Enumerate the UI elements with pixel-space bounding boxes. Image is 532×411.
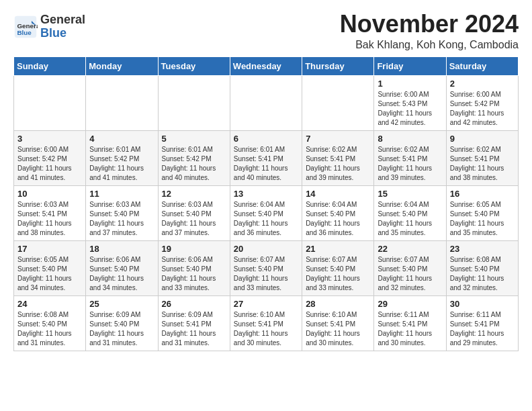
day-number: 19 [162, 244, 226, 254]
day-number: 27 [234, 299, 298, 309]
calendar-cell: 29Sunrise: 6:11 AM Sunset: 5:41 PM Dayli… [374, 295, 446, 351]
day-info: Sunrise: 6:02 AM Sunset: 5:41 PM Dayligh… [306, 145, 370, 183]
day-info: Sunrise: 6:05 AM Sunset: 5:40 PM Dayligh… [450, 200, 515, 238]
col-wednesday: Wednesday [230, 56, 302, 75]
col-friday: Friday [374, 56, 446, 75]
day-number: 11 [89, 189, 154, 199]
day-info: Sunrise: 6:09 AM Sunset: 5:41 PM Dayligh… [162, 310, 226, 348]
calendar-cell: 16Sunrise: 6:05 AM Sunset: 5:40 PM Dayli… [446, 185, 518, 240]
col-sunday: Sunday [14, 56, 86, 75]
title-block: November 2024 Bak Khlang, Koh Kong, Camb… [340, 11, 519, 51]
calendar-week-3: 10Sunrise: 6:03 AM Sunset: 5:41 PM Dayli… [14, 185, 519, 240]
day-info: Sunrise: 6:01 AM Sunset: 5:42 PM Dayligh… [89, 145, 154, 183]
day-number: 25 [89, 299, 154, 309]
calendar-body: 1Sunrise: 6:00 AM Sunset: 5:43 PM Daylig… [14, 75, 519, 351]
calendar-cell: 21Sunrise: 6:07 AM Sunset: 5:40 PM Dayli… [302, 240, 374, 295]
day-info: Sunrise: 6:11 AM Sunset: 5:41 PM Dayligh… [378, 310, 442, 348]
col-saturday: Saturday [446, 56, 518, 75]
day-number: 7 [306, 134, 370, 144]
col-thursday: Thursday [302, 56, 374, 75]
calendar-cell: 6Sunrise: 6:01 AM Sunset: 5:41 PM Daylig… [230, 130, 302, 185]
calendar-cell: 1Sunrise: 6:00 AM Sunset: 5:43 PM Daylig… [374, 75, 446, 130]
calendar-table: Sunday Monday Tuesday Wednesday Thursday… [13, 56, 519, 351]
day-info: Sunrise: 6:03 AM Sunset: 5:40 PM Dayligh… [89, 200, 154, 238]
day-number: 5 [162, 134, 226, 144]
month-title: November 2024 [340, 11, 519, 38]
day-number: 14 [306, 189, 370, 199]
calendar-week-2: 3Sunrise: 6:00 AM Sunset: 5:42 PM Daylig… [14, 130, 519, 185]
day-number: 13 [234, 189, 298, 199]
calendar-cell: 2Sunrise: 6:00 AM Sunset: 5:42 PM Daylig… [446, 75, 518, 130]
svg-text:Blue: Blue [17, 28, 32, 36]
calendar-week-4: 17Sunrise: 6:05 AM Sunset: 5:40 PM Dayli… [14, 240, 519, 295]
calendar-cell: 14Sunrise: 6:04 AM Sunset: 5:40 PM Dayli… [302, 185, 374, 240]
day-info: Sunrise: 6:00 AM Sunset: 5:42 PM Dayligh… [17, 145, 82, 183]
calendar-cell: 8Sunrise: 6:02 AM Sunset: 5:41 PM Daylig… [374, 130, 446, 185]
day-number: 29 [378, 299, 442, 309]
day-number: 30 [450, 299, 515, 309]
calendar-week-5: 24Sunrise: 6:08 AM Sunset: 5:40 PM Dayli… [14, 295, 519, 351]
day-info: Sunrise: 6:10 AM Sunset: 5:41 PM Dayligh… [234, 310, 298, 348]
day-number: 21 [306, 244, 370, 254]
calendar-cell: 20Sunrise: 6:07 AM Sunset: 5:40 PM Dayli… [230, 240, 302, 295]
calendar-week-1: 1Sunrise: 6:00 AM Sunset: 5:43 PM Daylig… [14, 75, 519, 130]
day-info: Sunrise: 6:01 AM Sunset: 5:42 PM Dayligh… [162, 145, 226, 183]
calendar-cell: 5Sunrise: 6:01 AM Sunset: 5:42 PM Daylig… [158, 130, 230, 185]
day-number: 24 [17, 299, 82, 309]
calendar-cell: 26Sunrise: 6:09 AM Sunset: 5:41 PM Dayli… [158, 295, 230, 351]
day-info: Sunrise: 6:06 AM Sunset: 5:40 PM Dayligh… [162, 255, 226, 293]
day-info: Sunrise: 6:08 AM Sunset: 5:40 PM Dayligh… [450, 255, 515, 293]
calendar-cell: 27Sunrise: 6:10 AM Sunset: 5:41 PM Dayli… [230, 295, 302, 351]
day-number: 3 [17, 134, 82, 144]
calendar-cell: 12Sunrise: 6:03 AM Sunset: 5:40 PM Dayli… [158, 185, 230, 240]
day-info: Sunrise: 6:09 AM Sunset: 5:40 PM Dayligh… [89, 310, 154, 348]
day-info: Sunrise: 6:04 AM Sunset: 5:40 PM Dayligh… [234, 200, 298, 238]
day-number: 8 [378, 134, 442, 144]
day-number: 12 [162, 189, 226, 199]
day-number: 18 [89, 244, 154, 254]
calendar-cell: 11Sunrise: 6:03 AM Sunset: 5:40 PM Dayli… [86, 185, 158, 240]
day-info: Sunrise: 6:03 AM Sunset: 5:41 PM Dayligh… [17, 200, 82, 238]
day-info: Sunrise: 6:00 AM Sunset: 5:43 PM Dayligh… [378, 90, 442, 128]
calendar-cell [302, 75, 374, 130]
page: General Blue General Blue November 2024 … [0, 0, 532, 362]
logo-general-text: General [40, 13, 85, 27]
day-number: 15 [378, 189, 442, 199]
header: General Blue General Blue November 2024 … [13, 11, 519, 51]
calendar-cell: 13Sunrise: 6:04 AM Sunset: 5:40 PM Dayli… [230, 185, 302, 240]
day-number: 17 [17, 244, 82, 254]
day-number: 9 [450, 134, 515, 144]
day-info: Sunrise: 6:11 AM Sunset: 5:41 PM Dayligh… [450, 310, 515, 348]
day-info: Sunrise: 6:02 AM Sunset: 5:41 PM Dayligh… [378, 145, 442, 183]
calendar-cell: 19Sunrise: 6:06 AM Sunset: 5:40 PM Dayli… [158, 240, 230, 295]
day-number: 4 [89, 134, 154, 144]
day-number: 16 [450, 189, 515, 199]
calendar-cell: 18Sunrise: 6:06 AM Sunset: 5:40 PM Dayli… [86, 240, 158, 295]
calendar-cell: 15Sunrise: 6:04 AM Sunset: 5:40 PM Dayli… [374, 185, 446, 240]
logo: General Blue General Blue [13, 13, 85, 40]
day-info: Sunrise: 6:07 AM Sunset: 5:40 PM Dayligh… [378, 255, 442, 293]
calendar-cell [14, 75, 86, 130]
calendar-cell: 7Sunrise: 6:02 AM Sunset: 5:41 PM Daylig… [302, 130, 374, 185]
calendar-cell [230, 75, 302, 130]
logo-icon: General Blue [13, 15, 38, 39]
day-number: 20 [234, 244, 298, 254]
logo-text: General Blue [40, 13, 85, 40]
day-info: Sunrise: 6:10 AM Sunset: 5:41 PM Dayligh… [306, 310, 370, 348]
header-row: Sunday Monday Tuesday Wednesday Thursday… [14, 56, 519, 75]
day-number: 2 [450, 79, 515, 89]
day-number: 22 [378, 244, 442, 254]
col-tuesday: Tuesday [158, 56, 230, 75]
logo-blue-text: Blue [40, 27, 85, 40]
day-info: Sunrise: 6:08 AM Sunset: 5:40 PM Dayligh… [17, 310, 82, 348]
day-number: 23 [450, 244, 515, 254]
calendar-cell: 24Sunrise: 6:08 AM Sunset: 5:40 PM Dayli… [14, 295, 86, 351]
day-info: Sunrise: 6:00 AM Sunset: 5:42 PM Dayligh… [450, 90, 515, 128]
calendar-header: Sunday Monday Tuesday Wednesday Thursday… [14, 56, 519, 75]
day-info: Sunrise: 6:06 AM Sunset: 5:40 PM Dayligh… [89, 255, 154, 293]
calendar-cell: 10Sunrise: 6:03 AM Sunset: 5:41 PM Dayli… [14, 185, 86, 240]
day-info: Sunrise: 6:01 AM Sunset: 5:41 PM Dayligh… [234, 145, 298, 183]
day-info: Sunrise: 6:04 AM Sunset: 5:40 PM Dayligh… [306, 200, 370, 238]
calendar-cell: 9Sunrise: 6:02 AM Sunset: 5:41 PM Daylig… [446, 130, 518, 185]
location: Bak Khlang, Koh Kong, Cambodia [340, 39, 519, 51]
